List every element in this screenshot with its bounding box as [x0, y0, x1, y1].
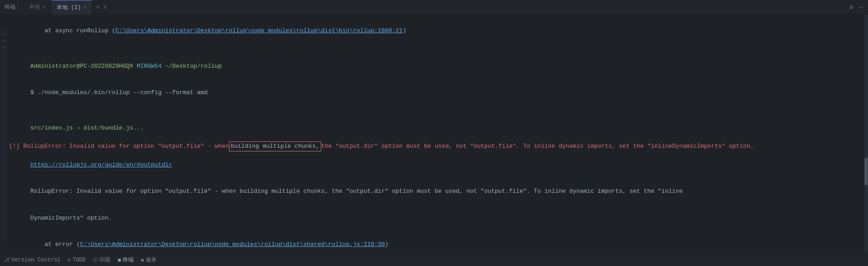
tab-local-2-close[interactable]: ✕	[84, 5, 86, 10]
path-runrollup[interactable]: C:\Users\Administrator\Desktop\rollup\no…	[115, 27, 403, 34]
tab-bar: 终端： 本地 ✕ 本地 (2) ✕ + ∨ ⚙ —	[0, 0, 868, 15]
line-error-plain1: RollupError: Invalid value for option "o…	[9, 178, 863, 205]
terminal-label-bottom: 终端	[123, 256, 134, 264]
line-blank-2	[9, 106, 863, 115]
version-control-icon: ⎇	[4, 257, 10, 263]
terminal-content: at async runRollup (C:\Users\Administrat…	[0, 15, 868, 253]
line-prompt: Administrator@PC-20220829HGQX MINGW64 ~/…	[9, 53, 863, 80]
bottom-services[interactable]: ◉ 服务	[141, 256, 157, 264]
services-label: 服务	[146, 256, 157, 264]
tab-local-1[interactable]: 本地 ✕	[24, 0, 51, 15]
scrollbar[interactable]	[864, 15, 868, 253]
todo-label: TODO	[73, 257, 86, 263]
settings-icon[interactable]: ⚙	[849, 3, 853, 11]
highlighted-chunk-text: building multiple chunks,	[229, 141, 321, 151]
version-control-label: Version Control	[11, 257, 60, 263]
side-icon-2: |	[1, 39, 6, 42]
bottom-bar: ⎇ Version Control ≡ TODO ⓘ 问题 ▣ 终端 ◉ 服务	[0, 253, 868, 266]
bottom-issues[interactable]: ⓘ 问题	[93, 256, 110, 264]
path-at-error[interactable]: C:\Users\Administrator\Desktop\rollup\no…	[80, 241, 385, 248]
side-icon-1: |	[1, 33, 6, 35]
issues-label: 问题	[100, 256, 110, 264]
terminal-icon: ▣	[118, 257, 121, 263]
line-link: https://rollupjs.org/guide/en/#outputdir	[9, 151, 863, 178]
tab-local-1-label: 本地	[29, 3, 40, 11]
tab-local-2[interactable]: 本地 (2) ✕	[51, 0, 92, 15]
tab-local-2-label: 本地 (2)	[57, 4, 81, 11]
line-command: $ ./node_modules/.bin/rollup --config --…	[9, 80, 863, 106]
services-icon: ◉	[141, 257, 144, 263]
line-error-main: [!] RollupError: Invalid value for optio…	[9, 141, 863, 151]
bottom-todo[interactable]: ≡ TODO	[68, 257, 85, 263]
line-src-info: src/index.js → dist/bundle.js...	[9, 115, 863, 142]
terminal-label: 终端：	[2, 3, 24, 11]
add-tab-button[interactable]: +	[92, 4, 103, 11]
scrollbar-thumb[interactable]	[864, 158, 868, 185]
minimize-icon[interactable]: —	[859, 4, 863, 11]
line-at-error: at error (C:\Users\Administrator\Desktop…	[9, 231, 863, 253]
bottom-version-control[interactable]: ⎇ Version Control	[4, 257, 60, 263]
line-error-plain2: DynamicImports" option.	[9, 205, 863, 231]
side-icon-3: |	[1, 45, 6, 48]
tab-local-1-close[interactable]: ✕	[43, 5, 45, 10]
bottom-terminal[interactable]: ▣ 终端	[118, 256, 134, 264]
tab-dropdown-button[interactable]: ∨	[103, 4, 106, 10]
issues-icon: ⓘ	[93, 256, 98, 263]
todo-icon: ≡	[68, 257, 71, 263]
side-icons: | | |	[0, 29, 7, 241]
link-outputdir[interactable]: https://rollupjs.org/guide/en/#outputdir	[30, 161, 172, 168]
tab-bar-right: ⚙ —	[849, 3, 866, 11]
terminal-wrapper: | | | at async runRollup (C:\Users\Admin…	[0, 15, 868, 253]
line-async-run: at async runRollup (C:\Users\Administrat…	[9, 17, 863, 44]
line-blank-1	[9, 44, 863, 53]
